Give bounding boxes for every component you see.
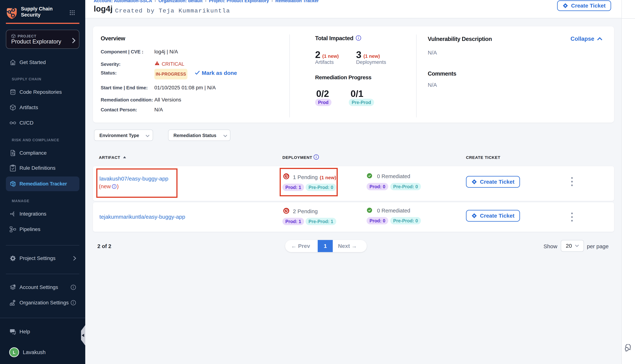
- svg-text:?: ?: [11, 329, 13, 332]
- svg-text:L: L: [13, 350, 16, 355]
